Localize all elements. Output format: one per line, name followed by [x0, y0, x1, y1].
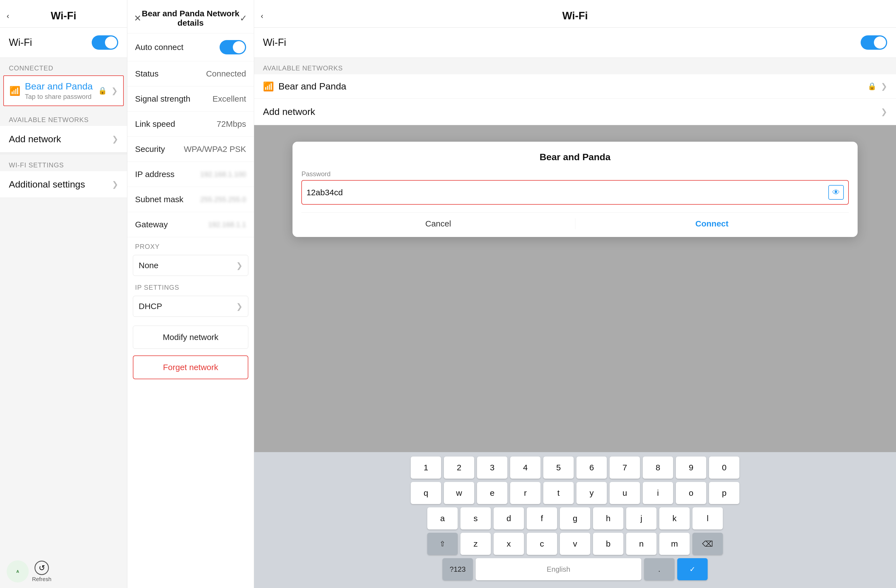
wifi-panel-1: ‹ Wi-Fi Wi-Fi CONNECTED 📶 Bear and Panda…: [0, 0, 127, 588]
key-x[interactable]: x: [494, 533, 524, 555]
modify-network-button[interactable]: Modify network: [133, 326, 248, 349]
lock-icon: 🔒: [98, 87, 107, 95]
ip-address-key: IP address: [135, 169, 175, 179]
key-4[interactable]: 4: [510, 457, 541, 478]
key-n[interactable]: n: [626, 533, 657, 555]
panel3-add-network-chevron-icon: ❯: [881, 107, 887, 116]
available-network-row[interactable]: 📶 Bear and Panda 🔒 ❯: [254, 74, 896, 99]
key-1[interactable]: 1: [411, 457, 441, 478]
show-password-button[interactable]: 👁: [828, 185, 844, 200]
backspace-key[interactable]: ⌫: [692, 533, 723, 555]
shift-key[interactable]: ⇧: [427, 533, 458, 555]
key-k[interactable]: k: [659, 507, 690, 529]
available-networks-section: AVAILABLE NETWORKS Add network ❯: [0, 110, 127, 152]
key-q[interactable]: q: [411, 482, 441, 504]
panel3-back-button[interactable]: ‹: [261, 12, 263, 20]
panel3-wifi-toggle[interactable]: [861, 35, 887, 50]
wifi-toggle-row: Wi-Fi: [0, 27, 127, 58]
add-network-item[interactable]: Add network ❯: [0, 126, 127, 152]
space-key[interactable]: English: [475, 558, 642, 580]
key-z[interactable]: z: [460, 533, 491, 555]
forget-network-button[interactable]: Forget network: [133, 355, 248, 379]
proxy-box[interactable]: None ❯: [133, 255, 248, 276]
auto-connect-row: Auto connect: [127, 34, 254, 61]
proxy-val: None: [139, 261, 158, 270]
security-row: Security WPA/WPA2 PSK: [127, 137, 254, 162]
security-key: Security: [135, 145, 165, 154]
dialog-actions: Cancel Connect: [301, 212, 849, 229]
password-dialog: Bear and Panda Password 12ab34cd 👁 Cance…: [293, 142, 857, 237]
gateway-row: Gateway 192.168.1.1: [127, 212, 254, 237]
wifi-toggle[interactable]: [92, 35, 118, 50]
connected-info: Bear and Panda Tap to share password: [25, 81, 94, 101]
status-row: Status Connected: [127, 61, 254, 87]
key-c[interactable]: c: [527, 533, 557, 555]
confirm-icon[interactable]: ✓: [240, 13, 247, 23]
key-t[interactable]: t: [543, 482, 574, 504]
appuals-logo: A: [7, 561, 29, 582]
key-m[interactable]: m: [659, 533, 690, 555]
key-y[interactable]: y: [576, 482, 607, 504]
close-icon[interactable]: ✕: [134, 13, 142, 23]
ip-settings-chevron-icon: ❯: [236, 302, 242, 311]
confirm-key[interactable]: ✓: [677, 558, 708, 580]
auto-connect-toggle[interactable]: [219, 40, 246, 55]
key-p[interactable]: p: [709, 482, 739, 504]
key-a[interactable]: a: [427, 507, 458, 529]
ip-settings-section-label: IP SETTINGS: [127, 278, 254, 294]
key-7[interactable]: 7: [610, 457, 640, 478]
chevron-right-icon: ❯: [111, 86, 118, 95]
cancel-button[interactable]: Cancel: [301, 219, 575, 228]
key-5[interactable]: 5: [543, 457, 574, 478]
back-button[interactable]: ‹: [7, 12, 9, 20]
status-key: Status: [135, 69, 158, 78]
key-b[interactable]: b: [593, 533, 623, 555]
dialog-overlay: Bear and Panda Password 12ab34cd 👁 Cance…: [254, 125, 896, 452]
status-val: Connected: [206, 69, 246, 78]
password-input[interactable]: 12ab34cd: [306, 188, 828, 197]
link-speed-val: 72Mbps: [216, 119, 246, 129]
key-w[interactable]: w: [444, 482, 474, 504]
key-j[interactable]: j: [626, 507, 657, 529]
section-divider: [0, 152, 127, 155]
key-e[interactable]: e: [477, 482, 507, 504]
key-o[interactable]: o: [676, 482, 706, 504]
key-u[interactable]: u: [610, 482, 640, 504]
key-d[interactable]: d: [494, 507, 524, 529]
signal-row: Signal strength Excellent: [127, 87, 254, 111]
key-i[interactable]: i: [643, 482, 673, 504]
key-r[interactable]: r: [510, 482, 541, 504]
additional-settings-item[interactable]: Additional settings ❯: [0, 171, 127, 198]
panel3-add-network-row[interactable]: Add network ❯: [254, 99, 896, 125]
key-f[interactable]: f: [527, 507, 557, 529]
keyboard-row-z: ⇧ z x c v b n m ⌫: [256, 533, 894, 555]
add-network-label: Add network: [9, 134, 61, 145]
keyboard-row-bottom: ?123 English . ✓: [256, 558, 894, 580]
num-key[interactable]: ?123: [442, 558, 473, 580]
key-2[interactable]: 2: [444, 457, 474, 478]
signal-val: Excellent: [212, 94, 246, 104]
dot-key[interactable]: .: [644, 558, 675, 580]
key-g[interactable]: g: [560, 507, 590, 529]
dialog-title: Bear and Panda: [301, 152, 849, 162]
key-l[interactable]: l: [692, 507, 723, 529]
panel3-add-network-label: Add network: [263, 106, 315, 117]
key-0[interactable]: 0: [709, 457, 739, 478]
wifi-settings-label: WI-FI SETTINGS: [0, 155, 127, 171]
gateway-val: 192.168.1.1: [208, 220, 246, 229]
refresh-circle-icon: ↺: [35, 561, 49, 575]
ip-settings-box[interactable]: DHCP ❯: [133, 296, 248, 317]
key-s[interactable]: s: [460, 507, 491, 529]
password-label: Password: [301, 170, 849, 178]
connect-button[interactable]: Connect: [575, 219, 849, 228]
key-6[interactable]: 6: [576, 457, 607, 478]
key-3[interactable]: 3: [477, 457, 507, 478]
key-v[interactable]: v: [560, 533, 590, 555]
key-9[interactable]: 9: [676, 457, 706, 478]
wifi-panel-2: ✕ Bear and Panda Network details ✓ Auto …: [127, 0, 254, 588]
wifi-label: Wi-Fi: [9, 37, 32, 48]
refresh-button[interactable]: ↺ Refresh: [32, 561, 51, 582]
key-h[interactable]: h: [593, 507, 623, 529]
key-8[interactable]: 8: [643, 457, 673, 478]
connected-network-item[interactable]: 📶 Bear and Panda Tap to share password 🔒…: [3, 75, 124, 106]
